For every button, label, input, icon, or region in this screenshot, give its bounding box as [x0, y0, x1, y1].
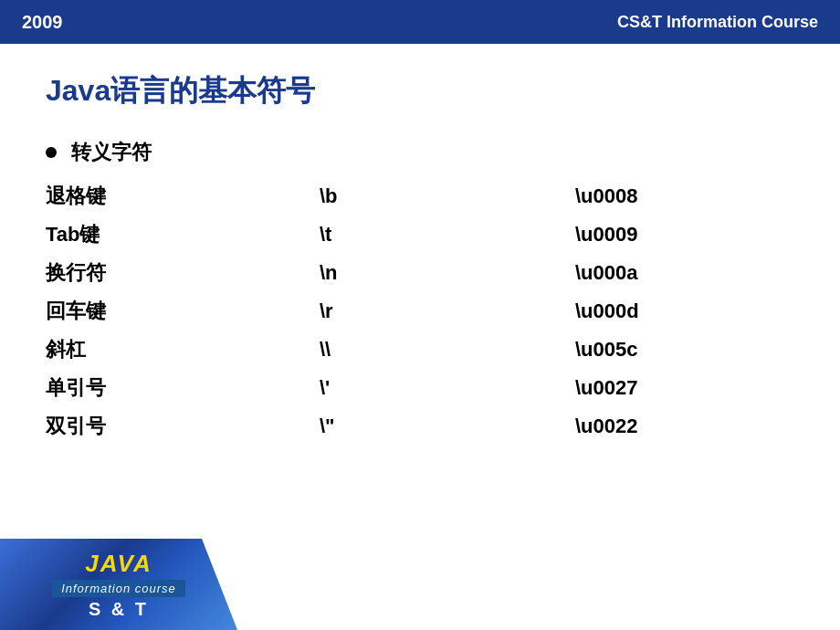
row-unicode: \u0009	[502, 215, 794, 254]
row-unicode: \u0022	[502, 407, 794, 446]
logo-st-text: S & T	[89, 599, 149, 620]
logo-java-text: JAVA	[85, 550, 152, 578]
row-unicode: \u000d	[502, 292, 794, 331]
row-unicode: \u0027	[502, 369, 794, 407]
row-escape: \r	[228, 292, 502, 331]
table-row: 退格键 \b \u0008	[46, 177, 794, 215]
row-name: 斜杠	[46, 331, 228, 369]
bullet-section: 转义字符	[46, 139, 794, 166]
row-escape: \\	[228, 331, 502, 369]
row-name: 换行符	[46, 254, 228, 292]
row-escape: \n	[228, 254, 502, 292]
row-unicode: \u0008	[502, 177, 794, 215]
main-content: Java语言的基本符号 转义字符 退格键 \b \u0008 Tab键 \t \…	[0, 44, 840, 464]
row-name: 单引号	[46, 369, 228, 407]
table-row: Tab键 \t \u0009	[46, 215, 794, 254]
row-escape: \t	[228, 215, 502, 254]
table-row: 斜杠 \\ \u005c	[46, 331, 794, 369]
header-title: CS&T Information Course	[617, 13, 818, 32]
row-name: 回车键	[46, 292, 228, 331]
header-year: 2009	[22, 12, 63, 33]
row-unicode: \u005c	[502, 331, 794, 369]
page-title: Java语言的基本符号	[46, 71, 794, 111]
row-escape: \'	[228, 369, 502, 407]
table-row: 回车键 \r \u000d	[46, 292, 794, 331]
bottom-logo: JAVA Information course S & T	[0, 539, 237, 630]
bullet-label: 转义字符	[71, 139, 152, 166]
table-row: 单引号 \' \u0027	[46, 369, 794, 407]
logo-info-text: Information course	[52, 580, 185, 597]
bullet-item: 转义字符	[46, 139, 794, 166]
table-row: 换行符 \n \u000a	[46, 254, 794, 292]
row-escape: \"	[228, 407, 502, 446]
row-unicode: \u000a	[502, 254, 794, 292]
row-name: 退格键	[46, 177, 228, 215]
row-name: Tab键	[46, 215, 228, 254]
table-row: 双引号 \" \u0022	[46, 407, 794, 446]
row-name: 双引号	[46, 407, 228, 446]
header: 2009 CS&T Information Course	[0, 0, 840, 44]
row-escape: \b	[228, 177, 502, 215]
escape-table: 退格键 \b \u0008 Tab键 \t \u0009 换行符 \n \u00…	[46, 177, 794, 446]
bullet-dot-icon	[46, 147, 57, 158]
